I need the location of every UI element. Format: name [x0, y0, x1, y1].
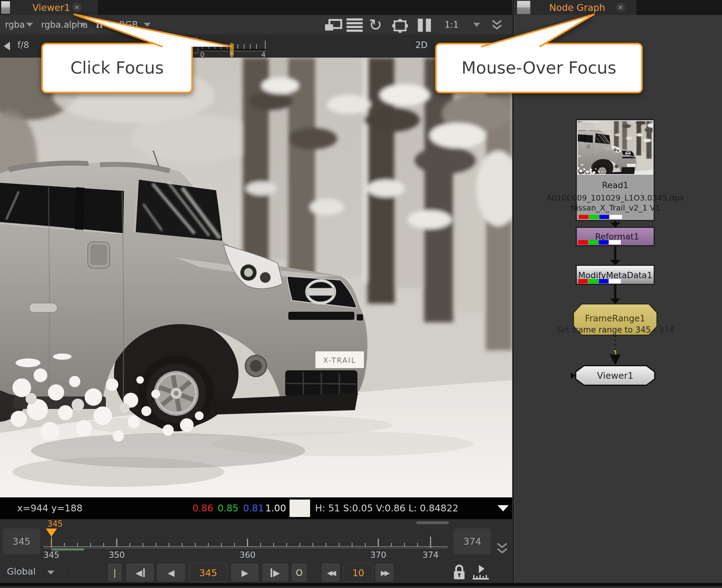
callout-click-focus-text: Click Focus [70, 58, 164, 78]
frame-context-dropdown[interactable]: Global [7, 566, 36, 577]
modifymetadata1-label: ModifyMetaData1 [578, 270, 652, 280]
goto-start-button[interactable]: | [107, 563, 122, 582]
read1-filename: A010C009_101029_L1O3.0345.dpx [546, 193, 684, 203]
read1-label: Read1 [602, 180, 628, 190]
pixel-green: 0.85 [218, 503, 238, 513]
svg-text:360: 360 [239, 550, 256, 560]
pixel-hsvl: H: 51 S:0.05 V:0.86 L: 0.84822 [315, 503, 458, 513]
viewer1-node-label: Viewer1 [597, 370, 633, 381]
prev-view-arrow-icon[interactable] [4, 42, 10, 50]
callout-click-focus: Click Focus [34, 6, 249, 100]
node-viewer1[interactable]: Viewer1 [571, 365, 655, 385]
viewer1-input-arrow-icon [571, 373, 575, 379]
step-forward-button[interactable]: ▶ [261, 563, 289, 582]
svg-text:4: 4 [261, 51, 266, 57]
playhead-marker[interactable] [46, 528, 57, 537]
node-framerange1[interactable]: FrameRange1 Set frame range to 345 - 374 [556, 304, 674, 335]
range-start-input[interactable]: 345 [2, 528, 41, 555]
reformat1-channel-chips [578, 240, 621, 245]
jump-forward-button[interactable]: ▶▶ [375, 563, 395, 582]
roi-icon[interactable] [392, 18, 409, 33]
callout-mouse-over-focus: Mouse-Over Focus [430, 6, 657, 100]
pixel-color-swatch [290, 500, 310, 517]
layout-squares-icon[interactable] [324, 19, 342, 31]
node-modifymetadata1[interactable]: ModifyMetaData1 [576, 265, 654, 284]
step-back-button[interactable]: ◀ [126, 563, 155, 582]
viewer-image[interactable] [0, 58, 512, 497]
timeline-scrollbar[interactable] [416, 521, 449, 524]
timeline-ruler[interactable]: 345 345 350 360 370 374 [44, 519, 451, 561]
aperture-label[interactable]: f/8 [17, 40, 29, 50]
view-mode-dropdown[interactable]: 2D [415, 40, 427, 50]
frame-context-arrow-icon[interactable] [47, 571, 54, 574]
play-backward-button[interactable]: ◀ [156, 563, 186, 582]
range-end-input[interactable]: 374 [453, 528, 491, 555]
pixel-red: 0.86 [192, 503, 213, 513]
node-read1[interactable]: Read1 A010C009_101029_L1O3.0345.dpx Niss… [546, 108, 684, 220]
lock-range-icon[interactable] [452, 564, 466, 581]
pixel-coords: x=944 y=188 [17, 503, 83, 513]
frame-marker-icon[interactable] [472, 565, 490, 581]
svg-text:370: 370 [370, 550, 386, 560]
loop-mode-button[interactable]: O [291, 563, 307, 582]
timeline-collapse-chevrons-icon[interactable] [496, 543, 509, 555]
channels-dropdown-arrow-icon[interactable] [26, 23, 33, 27]
framerange1-note: Set frame range to 345 - 374 [556, 325, 674, 335]
read1-channel-chips [579, 215, 622, 219]
svg-text:350: 350 [109, 550, 125, 560]
node-reformat1[interactable]: Reformat1 [576, 227, 654, 246]
svg-text:374: 374 [423, 550, 439, 560]
scanlines-icon[interactable] [346, 18, 363, 32]
playhead-value: 345 [47, 519, 63, 528]
timeline: 345 345 345 350 360 370 374 374 [0, 519, 512, 561]
ruler-labels: 345 350 360 370 374 [44, 550, 439, 560]
play-forward-button[interactable]: ▶ [230, 563, 259, 582]
channels-dropdown[interactable]: rgba [5, 20, 25, 30]
callout-mouse-over-focus-text: Mouse-Over Focus [461, 58, 616, 78]
info-collapse-arrow-icon[interactable] [497, 505, 509, 511]
reformat1-label: Reformat1 [595, 232, 639, 241]
frame-increment-input[interactable]: 10 [343, 563, 373, 582]
jump-back-button[interactable]: ◀◀ [321, 563, 341, 582]
framerange1-label: FrameRange1 [585, 313, 645, 323]
refresh-icon[interactable]: ↻ [369, 16, 382, 34]
transport-bar: Global | ◀ ◀ 345 ▶ ▶ O ◀◀ 10 ▶▶ [0, 561, 512, 583]
current-frame-input[interactable]: 345 [189, 563, 227, 582]
modifymetadata1-channel-chips [578, 279, 621, 284]
svg-text:345: 345 [44, 550, 60, 560]
read1-clipname: Nissan_X_Trail_v2_1 V1 [570, 203, 660, 212]
pixel-info-bar: x=944 y=188 0.86 0.85 0.81 1.00 H: 51 S:… [0, 497, 512, 519]
pixel-blue: 0.81 [243, 503, 264, 513]
pixel-alpha: 1.00 [265, 503, 286, 513]
pane-menu-icon[interactable] [1, 1, 10, 14]
